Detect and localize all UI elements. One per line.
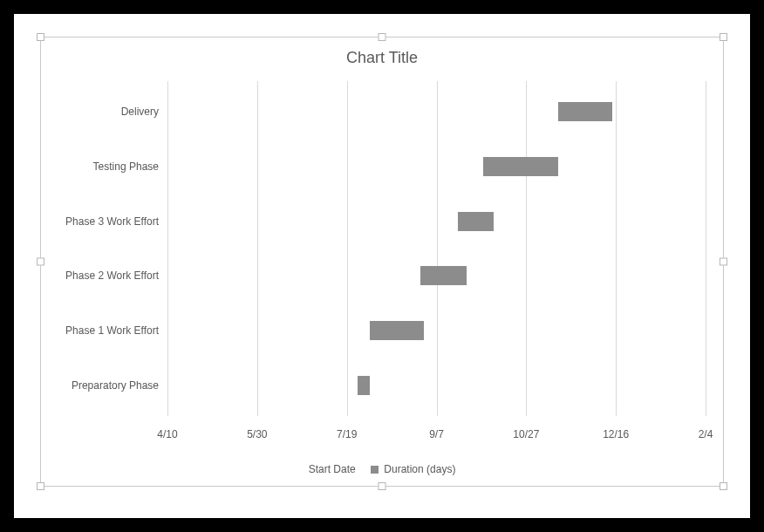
legend[interactable]: Start Date Duration (days): [41, 463, 723, 475]
gridline: [437, 81, 438, 416]
resize-handle-bl[interactable]: [37, 482, 44, 490]
gantt-bar[interactable]: [458, 212, 494, 231]
gridline: [526, 81, 527, 416]
y-axis-label: Preparatory Phase: [72, 379, 159, 392]
y-axis-label: Phase 1 Work Effort: [65, 324, 159, 337]
legend-label-duration: Duration (days): [384, 463, 455, 475]
x-axis-tick: 7/19: [337, 428, 357, 440]
gantt-bar[interactable]: [358, 376, 370, 395]
resize-handle-tl[interactable]: [37, 33, 44, 41]
resize-handle-lm[interactable]: [37, 258, 44, 266]
x-axis-tick: 9/7: [429, 428, 444, 440]
gantt-bar[interactable]: [483, 157, 558, 176]
x-axis-tick: 10/27: [513, 428, 539, 440]
y-axis-label: Phase 3 Work Effort: [65, 215, 159, 228]
gridline: [616, 81, 617, 416]
x-axis-tick: 5/30: [247, 428, 267, 440]
gridline: [706, 81, 706, 416]
gantt-bar[interactable]: [420, 266, 467, 285]
resize-handle-tr[interactable]: [720, 33, 727, 41]
gantt-bar[interactable]: [370, 321, 424, 340]
gantt-bar[interactable]: [558, 102, 612, 121]
gridline: [257, 81, 258, 416]
x-axis-tick: 4/10: [157, 428, 177, 440]
resize-handle-rm[interactable]: [720, 258, 727, 266]
resize-handle-bm[interactable]: [379, 482, 386, 490]
x-axis-tick: 12/16: [603, 428, 629, 440]
chart-object[interactable]: Chart Title 4/105/307/199/710/2712/162/4…: [40, 37, 724, 487]
legend-entry-duration[interactable]: Duration (days): [358, 463, 455, 475]
legend-entry-start-date[interactable]: Start Date: [309, 463, 358, 475]
window-outer: Chart Title 4/105/307/199/710/2712/162/4…: [0, 0, 764, 532]
document-page: Chart Title 4/105/307/199/710/2712/162/4…: [14, 14, 750, 518]
x-axis-tick: 2/4: [699, 428, 713, 440]
gridline: [347, 81, 348, 416]
gridline: [167, 81, 168, 416]
y-axis-label: Testing Phase: [93, 160, 159, 173]
y-axis-label: Delivery: [121, 106, 159, 118]
y-axis-label: Phase 2 Work Effort: [65, 269, 159, 282]
legend-swatch-duration: [371, 466, 379, 474]
plot-area[interactable]: 4/105/307/199/710/2712/162/4DeliveryTest…: [167, 81, 706, 416]
resize-handle-tm[interactable]: [379, 33, 386, 41]
chart-title[interactable]: Chart Title: [41, 49, 723, 67]
resize-handle-br[interactable]: [720, 482, 727, 490]
legend-label-start-date: Start Date: [309, 463, 356, 475]
